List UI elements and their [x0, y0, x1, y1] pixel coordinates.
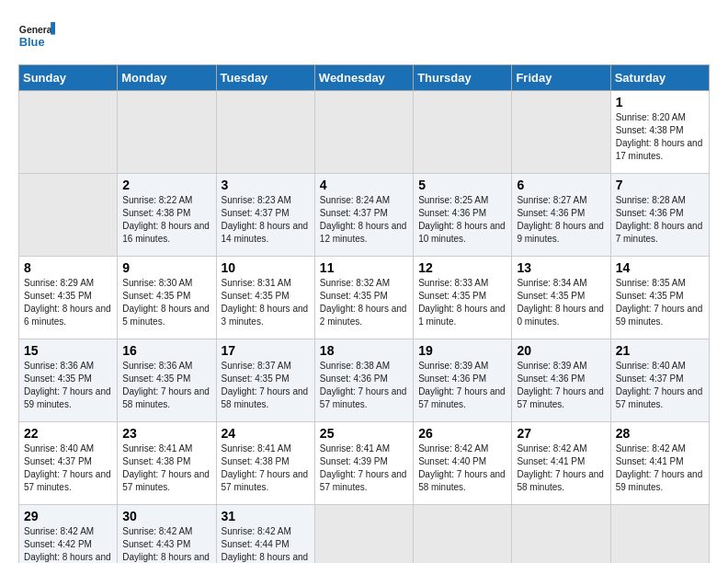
day-cell: 11Sunrise: 8:32 AMSunset: 4:35 PMDayligh…: [314, 257, 413, 339]
day-info: Sunrise: 8:30 AMSunset: 4:35 PMDaylight:…: [122, 277, 210, 328]
calendar-row: 29Sunrise: 8:42 AMSunset: 4:42 PMDayligh…: [19, 505, 710, 564]
day-number: 30: [122, 509, 210, 523]
day-cell: 7Sunrise: 8:28 AMSunset: 4:36 PMDaylight…: [610, 174, 709, 257]
day-number: 22: [24, 426, 112, 441]
empty-cell: [216, 91, 314, 174]
day-number: 27: [517, 426, 605, 441]
day-info: Sunrise: 8:37 AMSunset: 4:35 PMDaylight:…: [222, 360, 310, 411]
day-info: Sunrise: 8:39 AMSunset: 4:36 PMDaylight:…: [517, 360, 605, 411]
day-cell: 20Sunrise: 8:39 AMSunset: 4:36 PMDayligh…: [512, 339, 610, 422]
calendar-row: 2Sunrise: 8:22 AMSunset: 4:38 PMDaylight…: [19, 174, 710, 257]
day-cell: 9Sunrise: 8:30 AMSunset: 4:35 PMDaylight…: [118, 257, 216, 339]
day-info: Sunrise: 8:32 AMSunset: 4:35 PMDaylight:…: [320, 277, 408, 328]
day-cell: 17Sunrise: 8:37 AMSunset: 4:35 PMDayligh…: [216, 339, 314, 422]
calendar-row: 1Sunrise: 8:20 AMSunset: 4:38 PMDaylight…: [19, 91, 710, 174]
day-info: Sunrise: 8:35 AMSunset: 4:35 PMDaylight:…: [616, 277, 704, 328]
calendar-table: SundayMondayTuesdayWednesdayThursdayFrid…: [18, 64, 710, 563]
header-thursday: Thursday: [414, 65, 512, 91]
empty-cell: [610, 505, 709, 564]
logo-icon: General Blue: [18, 18, 55, 55]
day-info: Sunrise: 8:33 AMSunset: 4:35 PMDaylight:…: [418, 277, 506, 328]
day-number: 6: [517, 178, 605, 192]
day-cell: 25Sunrise: 8:41 AMSunset: 4:39 PMDayligh…: [314, 422, 413, 505]
calendar-row: 8Sunrise: 8:29 AMSunset: 4:35 PMDaylight…: [19, 257, 710, 339]
day-number: 4: [320, 178, 408, 192]
empty-cell: [512, 505, 610, 564]
day-cell: 28Sunrise: 8:42 AMSunset: 4:41 PMDayligh…: [610, 422, 709, 505]
day-info: Sunrise: 8:23 AMSunset: 4:37 PMDaylight:…: [222, 194, 310, 246]
day-number: 1: [616, 95, 704, 109]
day-number: 3: [222, 178, 310, 192]
day-info: Sunrise: 8:29 AMSunset: 4:35 PMDaylight:…: [24, 277, 112, 328]
empty-cell: [512, 91, 610, 174]
logo: General Blue: [18, 18, 55, 55]
day-cell: 30Sunrise: 8:42 AMSunset: 4:43 PMDayligh…: [118, 505, 216, 564]
day-number: 11: [320, 260, 408, 275]
calendar-row: 15Sunrise: 8:36 AMSunset: 4:35 PMDayligh…: [19, 339, 710, 422]
day-info: Sunrise: 8:34 AMSunset: 4:35 PMDaylight:…: [517, 277, 605, 328]
header-saturday: Saturday: [610, 65, 709, 91]
day-info: Sunrise: 8:42 AMSunset: 4:41 PMDaylight:…: [616, 442, 704, 494]
day-number: 19: [418, 343, 506, 358]
day-cell: 21Sunrise: 8:40 AMSunset: 4:37 PMDayligh…: [610, 339, 709, 422]
day-info: Sunrise: 8:22 AMSunset: 4:38 PMDaylight:…: [122, 194, 210, 246]
day-cell: 18Sunrise: 8:38 AMSunset: 4:36 PMDayligh…: [314, 339, 413, 422]
day-info: Sunrise: 8:28 AMSunset: 4:36 PMDaylight:…: [616, 194, 704, 246]
day-cell: 14Sunrise: 8:35 AMSunset: 4:35 PMDayligh…: [610, 257, 709, 339]
day-cell: 4Sunrise: 8:24 AMSunset: 4:37 PMDaylight…: [314, 174, 413, 257]
svg-text:Blue: Blue: [19, 35, 45, 49]
day-number: 25: [320, 426, 408, 441]
day-cell: 2Sunrise: 8:22 AMSunset: 4:38 PMDaylight…: [118, 174, 216, 257]
svg-marker-3: [51, 22, 55, 35]
calendar-header-row: SundayMondayTuesdayWednesdayThursdayFrid…: [19, 65, 710, 91]
day-info: Sunrise: 8:40 AMSunset: 4:37 PMDaylight:…: [24, 442, 112, 494]
day-number: 24: [222, 426, 310, 441]
day-info: Sunrise: 8:27 AMSunset: 4:36 PMDaylight:…: [517, 194, 605, 246]
day-cell: 29Sunrise: 8:42 AMSunset: 4:42 PMDayligh…: [19, 505, 118, 564]
empty-cell: [314, 91, 413, 174]
day-number: 29: [24, 509, 112, 523]
empty-cell: [314, 505, 413, 564]
day-info: Sunrise: 8:36 AMSunset: 4:35 PMDaylight:…: [24, 360, 112, 411]
day-cell: 10Sunrise: 8:31 AMSunset: 4:35 PMDayligh…: [216, 257, 314, 339]
day-cell: 1Sunrise: 8:20 AMSunset: 4:38 PMDaylight…: [610, 91, 709, 174]
day-cell: 13Sunrise: 8:34 AMSunset: 4:35 PMDayligh…: [512, 257, 610, 339]
page-header: General Blue: [18, 18, 710, 55]
day-number: 21: [616, 343, 704, 358]
header-wednesday: Wednesday: [314, 65, 413, 91]
day-number: 9: [122, 260, 210, 275]
day-cell: 23Sunrise: 8:41 AMSunset: 4:38 PMDayligh…: [118, 422, 216, 505]
day-number: 15: [24, 343, 112, 358]
day-number: 8: [24, 260, 112, 275]
day-number: 12: [418, 260, 506, 275]
day-info: Sunrise: 8:40 AMSunset: 4:37 PMDaylight:…: [616, 360, 704, 411]
day-info: Sunrise: 8:42 AMSunset: 4:42 PMDaylight:…: [24, 525, 112, 563]
day-info: Sunrise: 8:41 AMSunset: 4:39 PMDaylight:…: [320, 442, 408, 494]
day-info: Sunrise: 8:42 AMSunset: 4:40 PMDaylight:…: [418, 442, 506, 494]
svg-text:General: General: [19, 25, 55, 35]
day-info: Sunrise: 8:36 AMSunset: 4:35 PMDaylight:…: [122, 360, 210, 411]
header-friday: Friday: [512, 65, 610, 91]
day-cell: 27Sunrise: 8:42 AMSunset: 4:41 PMDayligh…: [512, 422, 610, 505]
day-info: Sunrise: 8:42 AMSunset: 4:41 PMDaylight:…: [517, 442, 605, 494]
day-number: 14: [616, 260, 704, 275]
day-number: 17: [222, 343, 310, 358]
day-cell: 8Sunrise: 8:29 AMSunset: 4:35 PMDaylight…: [19, 257, 118, 339]
day-number: 5: [418, 178, 506, 192]
day-cell: 5Sunrise: 8:25 AMSunset: 4:36 PMDaylight…: [414, 174, 512, 257]
day-info: Sunrise: 8:41 AMSunset: 4:38 PMDaylight:…: [122, 442, 210, 494]
day-info: Sunrise: 8:25 AMSunset: 4:36 PMDaylight:…: [418, 194, 506, 246]
empty-cell: [414, 505, 512, 564]
day-number: 7: [616, 178, 704, 192]
day-number: 31: [222, 509, 310, 523]
header-tuesday: Tuesday: [216, 65, 314, 91]
day-cell: 31Sunrise: 8:42 AMSunset: 4:44 PMDayligh…: [216, 505, 314, 564]
day-info: Sunrise: 8:31 AMSunset: 4:35 PMDaylight:…: [222, 277, 310, 328]
day-cell: 6Sunrise: 8:27 AMSunset: 4:36 PMDaylight…: [512, 174, 610, 257]
day-cell: 15Sunrise: 8:36 AMSunset: 4:35 PMDayligh…: [19, 339, 118, 422]
empty-cell: [118, 91, 216, 174]
day-cell: 12Sunrise: 8:33 AMSunset: 4:35 PMDayligh…: [414, 257, 512, 339]
day-info: Sunrise: 8:38 AMSunset: 4:36 PMDaylight:…: [320, 360, 408, 411]
day-info: Sunrise: 8:24 AMSunset: 4:37 PMDaylight:…: [320, 194, 408, 246]
day-number: 2: [122, 178, 210, 192]
